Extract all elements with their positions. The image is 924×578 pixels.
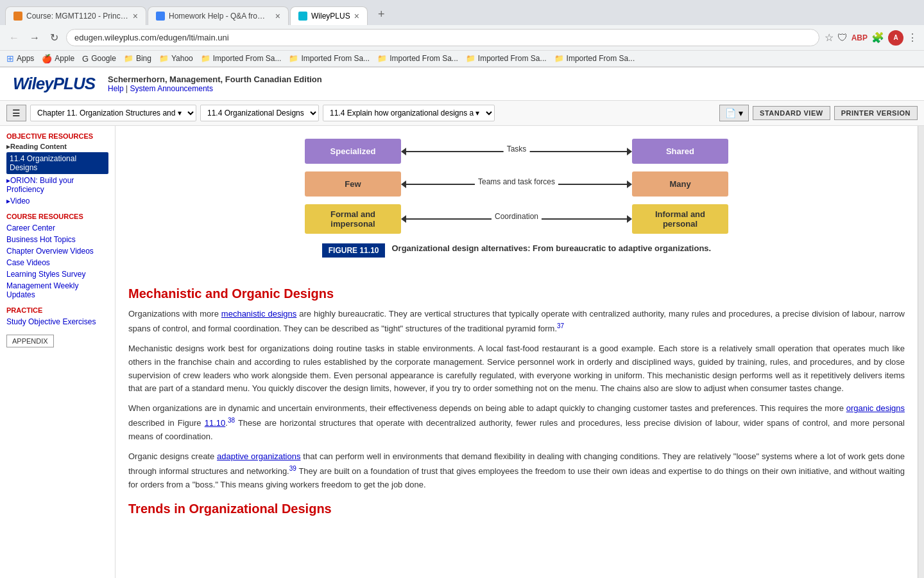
sidebar-item-11-4[interactable]: 11.4 Organizational Designs <box>6 152 108 174</box>
diagram-box-few: Few <box>305 171 401 197</box>
sidebar-item-case-videos[interactable]: Case Videos <box>6 258 108 268</box>
tab-course[interactable]: Course: MGMT1120 - Principle... × <box>5 6 146 25</box>
wiley-book-title: Schermerhorn, Management, Fourth Canadia… <box>108 74 322 84</box>
arrow-right-coordination <box>627 215 632 223</box>
diagram-row-tasks: Specialized Tasks Shared <box>305 139 728 164</box>
avatar[interactable]: A <box>888 30 903 46</box>
objective-select[interactable]: 11.4 Explain how organizational designs … <box>323 105 495 121</box>
tab-favicon-wiley <box>298 12 307 21</box>
tab-close-wiley[interactable]: × <box>354 11 359 21</box>
tab-label-wiley: WileyPLUS <box>311 12 350 21</box>
back-button[interactable]: ← <box>6 30 22 46</box>
diagram-box-informal: Informal and personal <box>632 204 728 234</box>
tab-wiley[interactable]: WileyPLUS × <box>290 6 368 25</box>
diagram-box-shared: Shared <box>632 139 728 164</box>
extensions-icon[interactable]: 🧩 <box>871 31 884 44</box>
bookmark-apple[interactable]: 🍎 Apple <box>42 54 74 64</box>
toolbar-icons: ☆ 🛡 ABP 🧩 A ⋮ <box>825 30 918 46</box>
standard-view-button[interactable]: STANDARD VIEW <box>753 106 830 120</box>
diagram-box-formal: Formal and impersonal <box>305 204 401 234</box>
diagram-box-specialized: Specialized <box>305 139 401 164</box>
bookmark-imported4-label: Imported From Sa... <box>478 54 547 63</box>
section-select[interactable]: 11.4 Organizational Designs <box>200 105 319 121</box>
bookmark-imported5-label: Imported From Sa... <box>567 54 635 63</box>
printer-version-button[interactable]: PRINTER VERSION <box>834 106 918 120</box>
right-scrollbar[interactable] <box>918 126 924 578</box>
article-para1: Organizations with more mechanistic desi… <box>128 308 905 336</box>
forward-button[interactable]: → <box>27 30 42 46</box>
tab-label-course: Course: MGMT1120 - Principle... <box>26 12 129 21</box>
bookmark-yahoo-label: Yahoo <box>171 54 193 63</box>
browser-chrome: Course: MGMT1120 - Principle... × Homewo… <box>0 0 924 67</box>
sidebar-toggle-button[interactable]: ☰ <box>6 105 26 121</box>
tab-close-course[interactable]: × <box>133 11 138 21</box>
sidebar-item-career[interactable]: Career Center <box>6 223 108 233</box>
bookmark-apps-label: Apps <box>17 54 34 63</box>
sidebar-item-study-objectives[interactable]: Study Objective Exercises <box>6 317 108 327</box>
adaptive-organizations-link[interactable]: adaptive organizations <box>217 451 300 461</box>
nav-bar: ☰ Chapter 11. Organization Structures an… <box>0 101 924 126</box>
tab-close-homework[interactable]: × <box>275 11 280 21</box>
sidebar-item-management-weekly[interactable]: Management Weekly Updates <box>6 281 108 300</box>
url-input[interactable] <box>66 29 819 46</box>
diagram-row-teams: Few Teams and task forces Many <box>305 171 728 197</box>
arrow-left-tasks <box>401 148 406 155</box>
bookmark-imported3-label: Imported From Sa... <box>389 54 458 63</box>
bookmark-imported3[interactable]: 📁 Imported From Sa... <box>377 54 458 63</box>
bookmark-yahoo[interactable]: 📁 Yahoo <box>159 54 193 63</box>
sidebar-item-hot-topics[interactable]: Business Hot Topics <box>6 234 108 245</box>
content-area: Specialized Tasks Shared Few <box>116 126 918 578</box>
arrow-right-tasks <box>627 148 632 155</box>
announcements-link[interactable]: System Announcements <box>130 84 213 93</box>
arrow-right-teams <box>627 180 632 188</box>
menu-icon[interactable]: ⋮ <box>907 31 918 44</box>
article-para3: When organizations are in dynamic and un… <box>128 402 905 444</box>
bookmark-imported4[interactable]: 📁 Imported From Sa... <box>466 54 547 63</box>
bookmark-imported2[interactable]: 📁 Imported From Sa... <box>289 54 370 63</box>
bookmark-nav-button[interactable]: 📄 ▾ <box>719 105 749 121</box>
tab-favicon-course <box>13 12 22 21</box>
article-para2: Mechanistic designs work best for organi… <box>128 342 905 396</box>
section1-title: Mechanistic and Organic Designs <box>128 286 905 301</box>
practice-title: PRACTICE <box>6 306 108 314</box>
arrow-label-tasks: Tasks <box>504 144 530 153</box>
sidebar-item-learning[interactable]: Learning Styles Survey <box>6 269 108 279</box>
bookmarks-bar: ⊞ Apps 🍎 Apple G Google 📁 Bing 📁 Yahoo 📁… <box>0 51 924 67</box>
sidebar-item-orion[interactable]: ▸ORION: Build your Proficiency <box>6 175 108 195</box>
organic-designs-link[interactable]: organic designs <box>846 403 905 413</box>
chapter-select[interactable]: Chapter 11. Organization Structures and … <box>30 105 196 121</box>
shield-icon[interactable]: 🛡 <box>837 32 848 44</box>
figure-section: Specialized Tasks Shared Few <box>128 126 905 270</box>
sidebar-item-chapter-videos[interactable]: Chapter Overview Videos <box>6 246 108 256</box>
article-para4: Organic designs create adaptive organiza… <box>128 450 905 492</box>
address-bar: ← → ↻ ☆ 🛡 ABP 🧩 A ⋮ <box>0 25 924 51</box>
bookmark-apps[interactable]: ⊞ Apps <box>6 53 34 64</box>
arrow-left-teams <box>401 180 406 188</box>
main-layout: OBJECTIVE RESOURCES ▸Reading Content 11.… <box>0 126 924 578</box>
new-tab-button[interactable]: + <box>372 4 391 25</box>
bookmark-imported1[interactable]: 📁 Imported From Sa... <box>201 54 282 63</box>
diagram-arrow-tasks: Tasks <box>401 148 632 155</box>
diagram-arrow-coordination: Coordination <box>401 215 632 223</box>
tab-label-homework: Homework Help - Q&A from O... <box>169 12 271 21</box>
sidebar-item-video[interactable]: ▸Video <box>6 196 108 206</box>
arrow-label-teams: Teams and task forces <box>475 177 558 186</box>
footnote-38: 38 <box>228 417 235 424</box>
arrow-left-coordination <box>401 215 406 223</box>
star-icon[interactable]: ☆ <box>825 31 834 44</box>
figure-11-10-link[interactable]: 11.10 <box>205 418 226 428</box>
help-link[interactable]: Help <box>108 84 124 93</box>
diagram-arrow-teams: Teams and task forces <box>401 180 632 188</box>
bookmark-google[interactable]: G Google <box>82 54 116 64</box>
figure-caption: FIGURE 11.10 Organizational design alter… <box>128 243 905 258</box>
tab-bar: Course: MGMT1120 - Principle... × Homewo… <box>0 0 924 25</box>
bookmark-imported5[interactable]: 📁 Imported From Sa... <box>554 54 635 63</box>
appendix-button[interactable]: APPENDIX <box>6 335 54 347</box>
abp-icon[interactable]: ABP <box>851 33 868 42</box>
refresh-button[interactable]: ↻ <box>47 29 61 46</box>
arrow-label-coordination: Coordination <box>492 212 542 221</box>
mechanistic-designs-link[interactable]: mechanistic designs <box>221 309 296 319</box>
tab-homework[interactable]: Homework Help - Q&A from O... × <box>148 6 289 25</box>
bookmark-bing[interactable]: 📁 Bing <box>124 54 151 63</box>
tab-favicon-homework <box>156 12 165 21</box>
